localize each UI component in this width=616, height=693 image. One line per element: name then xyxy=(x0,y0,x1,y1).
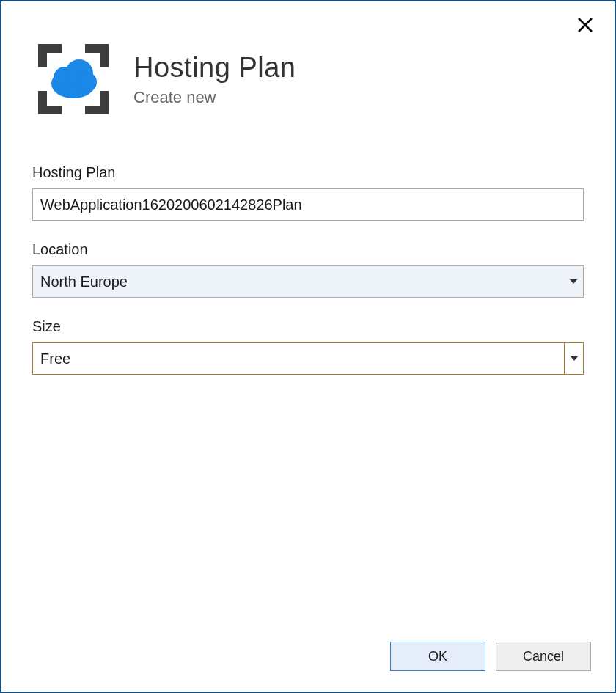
dialog-header: Hosting Plan Create new xyxy=(1,1,615,133)
svg-marker-10 xyxy=(570,279,577,284)
dialog-subtitle: Create new xyxy=(133,88,296,107)
svg-marker-5 xyxy=(85,91,109,114)
hosting-plan-row: Hosting Plan xyxy=(32,164,584,221)
size-label: Size xyxy=(32,318,584,335)
hosting-plan-input[interactable] xyxy=(32,188,584,221)
hosting-plan-label: Hosting Plan xyxy=(32,164,584,181)
size-value: Free xyxy=(33,343,564,374)
header-text: Hosting Plan Create new xyxy=(133,52,296,107)
location-value: North Europe xyxy=(33,266,564,297)
form-area: Hosting Plan Location North Europe Size … xyxy=(1,133,615,642)
dialog-title: Hosting Plan xyxy=(133,52,296,84)
size-dropdown[interactable]: Free xyxy=(32,342,584,375)
location-dropdown[interactable]: North Europe xyxy=(32,265,584,298)
button-bar: OK Cancel xyxy=(1,642,615,692)
location-label: Location xyxy=(32,241,584,258)
cloud-hosting-icon xyxy=(34,40,113,119)
chevron-down-icon xyxy=(564,343,583,374)
svg-marker-2 xyxy=(38,44,62,67)
chevron-down-icon xyxy=(564,266,583,297)
location-row: Location North Europe xyxy=(32,241,584,298)
size-row: Size Free xyxy=(32,318,584,375)
ok-button[interactable]: OK xyxy=(390,642,485,671)
hosting-plan-dialog: Hosting Plan Create new Hosting Plan Loc… xyxy=(0,0,616,693)
close-icon xyxy=(577,17,593,36)
svg-marker-11 xyxy=(571,356,578,361)
svg-point-9 xyxy=(76,72,97,92)
close-button[interactable] xyxy=(573,15,597,38)
svg-marker-4 xyxy=(38,91,62,114)
cancel-button[interactable]: Cancel xyxy=(496,642,591,671)
